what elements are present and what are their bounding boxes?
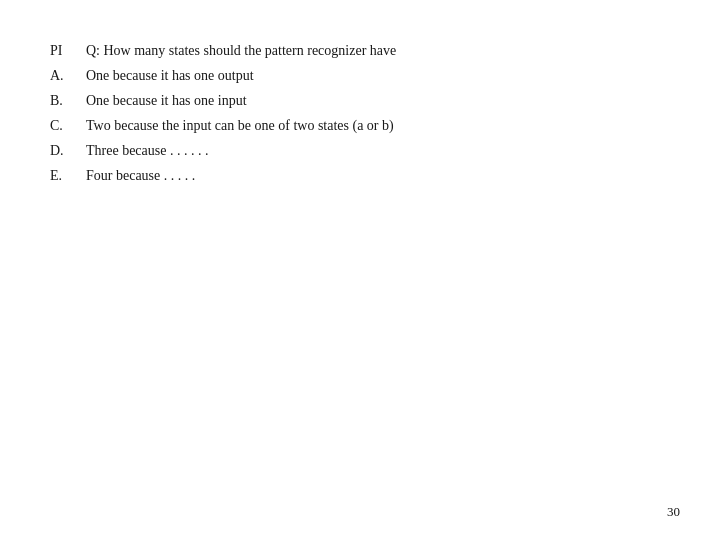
pi-label: PI <box>50 40 86 61</box>
option-d-label: D. <box>50 140 86 161</box>
option-c-label: C. <box>50 115 86 136</box>
option-b-text: One because it has one input <box>86 90 670 111</box>
option-a-label: A. <box>50 65 86 86</box>
question-text: Q: How many states should the pattern re… <box>86 40 670 61</box>
option-d-row: D. Three because . . . . . . <box>50 140 670 161</box>
option-a-text: One because it has one output <box>86 65 670 86</box>
option-b-label: B. <box>50 90 86 111</box>
option-d-text: Three because . . . . . . <box>86 140 670 161</box>
option-e-label: E. <box>50 165 86 186</box>
question-header: PI Q: How many states should the pattern… <box>50 40 670 61</box>
option-e-text: Four because . . . . . <box>86 165 670 186</box>
option-c-row: C. Two because the input can be one of t… <box>50 115 670 136</box>
option-c-text: Two because the input can be one of two … <box>86 115 670 136</box>
page-number: 30 <box>667 504 680 520</box>
option-a-row: A. One because it has one output <box>50 65 670 86</box>
question-block: PI Q: How many states should the pattern… <box>50 40 670 186</box>
option-b-row: B. One because it has one input <box>50 90 670 111</box>
option-e-row: E. Four because . . . . . <box>50 165 670 186</box>
page-container: PI Q: How many states should the pattern… <box>0 0 720 540</box>
